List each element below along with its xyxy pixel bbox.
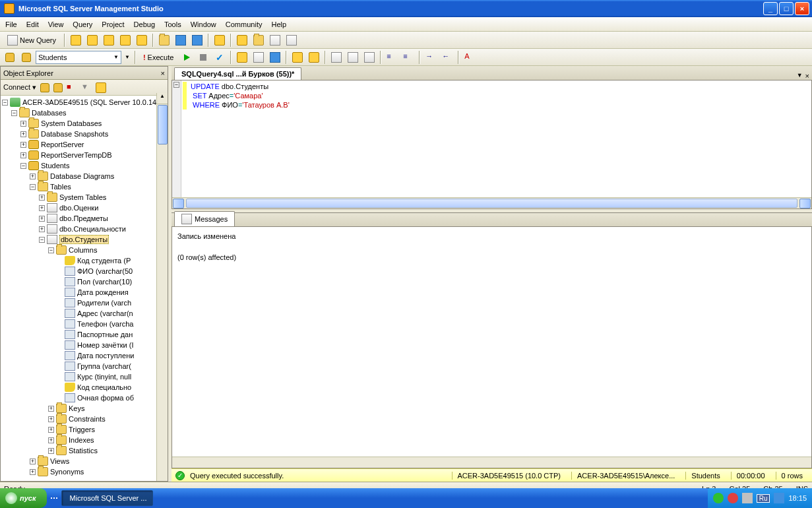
menu-community[interactable]: Community: [226, 20, 263, 28]
tree-col[interactable]: Родители (varch: [1, 298, 168, 308]
quick-launch-icon[interactable]: [53, 497, 55, 499]
include-plan-button[interactable]: [290, 50, 305, 65]
activity-button[interactable]: [212, 33, 227, 48]
open-button[interactable]: [157, 33, 172, 48]
menu-project[interactable]: Project: [102, 20, 124, 28]
tree-node[interactable]: +Triggers: [1, 424, 168, 435]
menu-window[interactable]: Window: [191, 20, 216, 28]
menu-query[interactable]: Query: [73, 20, 92, 28]
tree-node[interactable]: −Tables: [1, 181, 168, 192]
tray-icon[interactable]: [742, 493, 753, 503]
comment-button[interactable]: ≡: [385, 50, 399, 65]
tree-node[interactable]: −Students: [1, 160, 168, 171]
tree-node[interactable]: +ReportServerTempDB: [1, 150, 168, 160]
tree-node[interactable]: +Statistics: [1, 445, 168, 456]
messages-tab[interactable]: Messages: [174, 211, 235, 226]
menu-file[interactable]: File: [5, 20, 17, 28]
tree-node[interactable]: +Synonyms: [1, 466, 168, 477]
tree-node[interactable]: +dbo.Предметы: [1, 213, 168, 224]
tool-button[interactable]: [135, 33, 149, 48]
tree-col[interactable]: Номер зачётки (I: [1, 340, 168, 350]
active-files-icon[interactable]: ▼: [797, 72, 803, 80]
include-stats-button[interactable]: [307, 50, 321, 65]
tree-node[interactable]: +Database Diagrams: [1, 171, 168, 181]
tree-node[interactable]: +Keys: [1, 403, 168, 414]
new-query-button[interactable]: New Query: [3, 33, 61, 48]
tree-col[interactable]: Телефон (varcha: [1, 319, 168, 329]
tray-icon[interactable]: [728, 493, 738, 503]
tree-node-selected[interactable]: −dbo.Студенты: [1, 234, 168, 245]
tree-node[interactable]: +Indexes: [1, 435, 168, 445]
tree-col[interactable]: Паспортные дан: [1, 329, 168, 340]
tree-col[interactable]: Код специально: [1, 382, 168, 393]
cancel-button[interactable]: [196, 50, 210, 65]
tray-icon[interactable]: [713, 493, 724, 503]
available-databases-btn[interactable]: [19, 50, 34, 65]
objexp-tree[interactable]: −ACER-3AD5E49515 (SQL Server 10.0.14 −Da…: [1, 96, 168, 481]
messages-pane[interactable]: Запись изменена (0 row(s) affected): [172, 227, 812, 468]
indent-button[interactable]: →: [423, 50, 438, 65]
results-grid-button[interactable]: [346, 50, 360, 65]
intellisense-button[interactable]: [268, 50, 282, 65]
tree-col[interactable]: Адрес (varchar(n: [1, 308, 168, 319]
scroll-up-icon[interactable]: ▲: [157, 93, 168, 104]
tree-col[interactable]: Дата поступлени: [1, 350, 168, 361]
menu-edit[interactable]: Edit: [26, 20, 39, 28]
tool-button[interactable]: [85, 33, 100, 48]
scrollbar-thumb[interactable]: [158, 105, 168, 144]
refresh-icon[interactable]: [96, 82, 106, 93]
editor-hscrollbar[interactable]: [172, 197, 811, 208]
tree-node[interactable]: +System Tables: [1, 192, 168, 203]
document-tab[interactable]: SQLQuery4.sql ...й Бурков (55))*: [174, 67, 301, 80]
properties-button[interactable]: [284, 33, 299, 48]
tree-node[interactable]: +ReportServer: [1, 139, 168, 150]
close-document-icon[interactable]: ×: [805, 72, 809, 80]
sql-editor[interactable]: − UPDATE dbo.Студенты SET Адрес='Самара'…: [172, 80, 812, 209]
tree-col[interactable]: Курс (tinyint, null: [1, 371, 168, 382]
window-close-button[interactable]: ×: [795, 2, 809, 15]
debug-button[interactable]: [179, 50, 194, 65]
tree-col[interactable]: Очная форма об: [1, 393, 168, 403]
specify-values-button[interactable]: A: [462, 50, 477, 65]
tree-col[interactable]: Пол (varchar(10): [1, 276, 168, 287]
parse-button[interactable]: ✓: [212, 50, 227, 65]
tree-node[interactable]: +Database Snapshots: [1, 129, 168, 139]
scroll-left-icon[interactable]: [173, 199, 184, 208]
language-indicator[interactable]: Ru: [757, 494, 770, 503]
disconnect-icon[interactable]: [53, 83, 63, 92]
query-options-button[interactable]: [251, 50, 266, 65]
tree-databases-node[interactable]: −Databases: [1, 108, 168, 118]
quick-launch-icon[interactable]: [51, 497, 52, 499]
tree-col[interactable]: Группа (varchar(: [1, 361, 168, 371]
template-button[interactable]: [268, 33, 282, 48]
minimize-button[interactable]: _: [763, 2, 778, 15]
results-text-button[interactable]: [329, 50, 344, 65]
execute-button[interactable]: ! Execute: [139, 50, 177, 65]
tray-icon[interactable]: [774, 493, 784, 503]
chevron-down-icon[interactable]: ▼: [123, 54, 131, 60]
change-connection-button[interactable]: [3, 50, 17, 65]
estimated-plan-button[interactable]: [235, 50, 249, 65]
menu-help[interactable]: Help: [271, 20, 286, 28]
tree-node[interactable]: −Columns: [1, 245, 168, 255]
clock[interactable]: 18:15: [788, 494, 807, 502]
tree-col[interactable]: Код студента (P: [1, 255, 168, 266]
scrollbar-thumb[interactable]: [186, 199, 797, 208]
connect-button[interactable]: Connect ▾: [3, 83, 36, 92]
connect-icon[interactable]: [40, 83, 49, 92]
tool-button[interactable]: [102, 33, 116, 48]
maximize-button[interactable]: □: [779, 2, 794, 15]
save-button[interactable]: [173, 33, 188, 48]
tree-node[interactable]: +Constraints: [1, 414, 168, 424]
scroll-right-icon[interactable]: [799, 199, 811, 208]
object-explorer-button[interactable]: [251, 33, 266, 48]
outdent-button[interactable]: ←: [440, 50, 454, 65]
start-button[interactable]: пуск: [0, 488, 47, 508]
save-all-button[interactable]: [190, 33, 204, 48]
tree-col[interactable]: Дата рождения: [1, 287, 168, 298]
registered-servers-button[interactable]: [235, 33, 249, 48]
tree-node[interactable]: +System Databases: [1, 118, 168, 129]
taskbar-item-ssms[interactable]: Microsoft SQL Server ...: [61, 490, 153, 506]
outline-gutter[interactable]: −: [172, 80, 181, 208]
uncomment-button[interactable]: ≡: [401, 50, 416, 65]
